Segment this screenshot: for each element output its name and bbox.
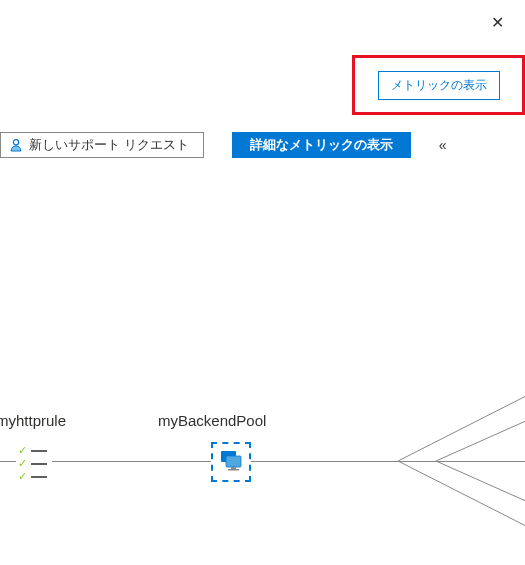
topology-diagram: myhttprule ✓ ✓ ✓ myBackendPool [0, 390, 525, 530]
rule-node-label: myhttprule [0, 412, 66, 429]
highlight-annotation: メトリックの表示 [352, 55, 525, 115]
svg-line-7 [436, 420, 525, 461]
svg-rect-2 [226, 456, 241, 467]
vm-pool-icon [218, 448, 244, 477]
branch-connector [398, 390, 525, 530]
show-metrics-button[interactable]: メトリックの表示 [378, 71, 500, 100]
support-button-label: 新しいサポート リクエスト [29, 136, 189, 154]
backend-pool-label: myBackendPool [158, 412, 266, 429]
toolbar: 新しいサポート リクエスト 詳細なメトリックの表示 « [0, 132, 525, 158]
svg-rect-3 [231, 467, 236, 469]
rule-list-icon: ✓ ✓ ✓ [16, 445, 52, 475]
detailed-metrics-button[interactable]: 詳細なメトリックの表示 [232, 132, 411, 158]
svg-line-6 [398, 461, 525, 527]
new-support-request-button[interactable]: 新しいサポート リクエスト [0, 132, 204, 158]
support-person-icon [9, 138, 23, 152]
close-button[interactable]: ✕ [487, 12, 507, 32]
svg-rect-4 [228, 469, 239, 471]
svg-line-8 [436, 461, 525, 502]
svg-point-0 [13, 140, 18, 145]
collapse-button[interactable]: « [439, 137, 447, 153]
svg-line-5 [398, 395, 525, 461]
backend-pool-node[interactable] [211, 442, 251, 482]
